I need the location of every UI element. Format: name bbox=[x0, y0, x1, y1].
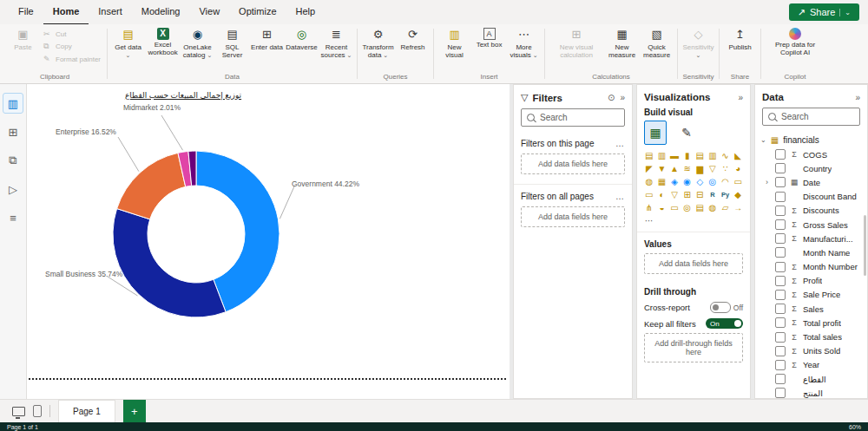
line-chart-icon[interactable]: ∿ bbox=[720, 150, 732, 161]
new-page-button[interactable]: + bbox=[123, 400, 146, 422]
multi-row-card-icon[interactable]: ▭ bbox=[643, 189, 655, 200]
clustered-bar-chart-icon[interactable]: ▬ bbox=[668, 150, 681, 161]
recent-sources-button[interactable]: ≣Recent sources ⌄ bbox=[319, 26, 353, 61]
r-script-visual-icon[interactable]: R bbox=[707, 189, 719, 200]
collapse-pane-icon[interactable]: » bbox=[855, 93, 860, 102]
python-visual-icon[interactable]: Py bbox=[720, 189, 732, 200]
shape-map-icon[interactable]: ◇ bbox=[694, 176, 707, 187]
onelake-catalog-button[interactable]: ◉OneLake catalog ⌄ bbox=[181, 26, 214, 61]
donut-chart-visual[interactable]: توزيع إجمالي المبيعات حسب القطاع Governm… bbox=[31, 89, 335, 341]
page-tab[interactable]: Page 1 bbox=[58, 400, 115, 422]
field-checkbox[interactable] bbox=[775, 233, 786, 244]
field-units-sold[interactable]: ΣUnits Sold bbox=[755, 344, 867, 358]
new-visual-button[interactable]: ▥New visual bbox=[437, 26, 471, 61]
slice-small-business[interactable] bbox=[113, 209, 226, 317]
mobile-view-icon[interactable] bbox=[33, 405, 42, 417]
field-checkbox[interactable] bbox=[775, 290, 786, 300]
field-المنتج[interactable]: المنتج bbox=[755, 386, 867, 398]
desktop-view-icon[interactable] bbox=[12, 407, 25, 416]
field-checkbox[interactable] bbox=[775, 149, 786, 160]
quick-measure-button[interactable]: ▧Quick measure bbox=[640, 26, 674, 61]
100-stacked-bar-chart-icon[interactable]: ▤ bbox=[694, 150, 707, 161]
field-month-name[interactable]: Month Name bbox=[755, 245, 867, 259]
field-checkbox[interactable] bbox=[775, 360, 786, 370]
model-view-button[interactable]: ⧉ bbox=[3, 150, 23, 171]
treemap-icon[interactable]: ▦ bbox=[656, 176, 668, 187]
matrix-icon[interactable]: ⊟ bbox=[694, 189, 707, 200]
prep-data-for-copilot-ai-button[interactable]: Prep data for Copilot AI bbox=[765, 26, 825, 58]
format-visual-tab[interactable]: ✎ bbox=[675, 121, 698, 145]
field-year[interactable]: ΣYear bbox=[755, 358, 867, 372]
map-icon[interactable]: ◈ bbox=[668, 176, 681, 187]
field-checkbox[interactable] bbox=[775, 388, 786, 398]
stacked-bar-chart-icon[interactable]: ▤ bbox=[643, 150, 655, 161]
scrollbar[interactable] bbox=[864, 215, 866, 276]
area-chart-icon[interactable]: ◣ bbox=[732, 150, 744, 161]
filters-search-input[interactable]: Search bbox=[521, 108, 625, 127]
filled-map-icon[interactable]: ◉ bbox=[681, 176, 694, 187]
field-checkbox[interactable] bbox=[775, 247, 786, 258]
tab-insert[interactable]: Insert bbox=[89, 0, 132, 25]
drill-through-dropzone[interactable]: Add drill-through fields here bbox=[644, 333, 743, 362]
field-checkbox[interactable] bbox=[775, 192, 786, 202]
arcgis-map-icon[interactable]: ◍ bbox=[707, 202, 719, 213]
share-button[interactable]: ↗ Share ⌄ bbox=[789, 3, 859, 21]
scatter-chart-icon[interactable]: ∵ bbox=[720, 163, 732, 174]
slicer-icon[interactable]: ▽ bbox=[668, 189, 681, 200]
values-dropzone[interactable]: Add data fields here bbox=[644, 253, 743, 274]
card-icon[interactable]: ▭ bbox=[732, 176, 744, 187]
field-manufacturi[interactable]: ΣManufacturi... bbox=[755, 232, 867, 245]
field-checkbox[interactable] bbox=[775, 206, 786, 216]
100-stacked-column-chart-icon[interactable]: ▥ bbox=[707, 150, 719, 161]
get-data-button[interactable]: ▤Get data ⌄ bbox=[111, 26, 145, 61]
enter-data-button[interactable]: ⊞Enter data bbox=[250, 26, 284, 53]
more-options-icon[interactable]: … bbox=[615, 139, 625, 148]
field-month-number[interactable]: ΣMonth Number bbox=[755, 260, 867, 274]
zoom-level[interactable]: 60% bbox=[849, 424, 861, 430]
paginated-report-icon[interactable]: ▤ bbox=[694, 202, 707, 213]
field-discount-band[interactable]: Discount Band bbox=[755, 190, 867, 204]
line-and-clustered-column-chart-icon[interactable]: ▲ bbox=[668, 163, 681, 174]
field-checkbox[interactable] bbox=[775, 374, 786, 384]
decomposition-tree-icon[interactable]: ⋔ bbox=[643, 202, 655, 213]
sql-server-button[interactable]: ▤SQL Server bbox=[215, 26, 249, 61]
table-financials[interactable]: ⌄ ▦ financials bbox=[755, 133, 867, 147]
tab-modeling[interactable]: Modeling bbox=[132, 0, 190, 25]
eye-icon[interactable]: ⊙ bbox=[608, 93, 615, 102]
qa-visual-icon[interactable]: ◒ bbox=[656, 202, 668, 213]
field-checkbox[interactable] bbox=[775, 346, 786, 356]
waterfall-chart-icon[interactable]: ▆ bbox=[694, 163, 707, 174]
field-checkbox[interactable] bbox=[775, 276, 786, 286]
tab-optimize[interactable]: Optimize bbox=[229, 0, 286, 25]
field-sale-price[interactable]: ΣSale Price bbox=[755, 288, 867, 302]
tab-view[interactable]: View bbox=[189, 0, 229, 25]
collapse-pane-icon[interactable]: » bbox=[738, 93, 743, 102]
field-total-sales[interactable]: ΣTotal sales bbox=[755, 330, 867, 343]
field-checkbox[interactable] bbox=[775, 262, 786, 272]
field-cogs[interactable]: ΣCOGS bbox=[755, 147, 867, 161]
slice-enterprise[interactable] bbox=[117, 153, 186, 219]
report-view-button[interactable]: ▥ bbox=[3, 93, 23, 114]
metrics-icon[interactable]: ◎ bbox=[681, 202, 694, 213]
field-checkbox[interactable] bbox=[775, 163, 786, 173]
more-visuals-button[interactable]: ⋯More visuals ⌄ bbox=[507, 26, 541, 61]
field-checkbox[interactable] bbox=[775, 304, 786, 314]
field-profit[interactable]: ΣProfit bbox=[755, 274, 867, 288]
more-options-icon[interactable]: … bbox=[615, 192, 625, 201]
gauge-icon[interactable]: ◠ bbox=[720, 176, 732, 187]
excel-workbook-button[interactable]: XExcel workbook bbox=[146, 26, 180, 58]
funnel-chart-icon[interactable]: ▽ bbox=[707, 163, 719, 174]
field-checkbox[interactable] bbox=[775, 317, 786, 328]
field-total-profit[interactable]: ΣTotal profit bbox=[755, 316, 867, 330]
power-automate-icon[interactable]: → bbox=[732, 202, 744, 213]
tmdl-view-button[interactable]: ≡ bbox=[3, 207, 23, 228]
more-visuals-icon[interactable]: ⋯ bbox=[643, 215, 655, 226]
tab-file[interactable]: File bbox=[9, 0, 43, 25]
line-and-stacked-column-chart-icon[interactable]: ▼ bbox=[656, 163, 668, 174]
clustered-column-chart-icon[interactable]: ▮ bbox=[681, 150, 694, 161]
data-search-input[interactable]: Search bbox=[762, 108, 860, 126]
field-discounts[interactable]: ΣDiscounts bbox=[755, 204, 867, 218]
stacked-area-chart-icon[interactable]: ◤ bbox=[643, 163, 655, 174]
text-box-button[interactable]: AText box bbox=[472, 26, 506, 50]
keep-filters-toggle[interactable]: On bbox=[706, 318, 743, 329]
